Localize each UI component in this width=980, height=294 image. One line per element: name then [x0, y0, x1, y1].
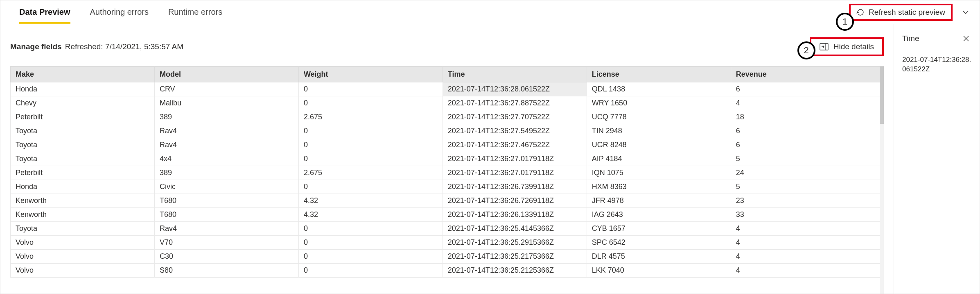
table-row[interactable]: ToyotaRav402021-07-14T12:36:25.4145366ZC… — [11, 222, 884, 236]
tab-runtime-errors[interactable]: Runtime errors — [168, 0, 222, 24]
cell-weight[interactable]: 0 — [298, 138, 443, 152]
cell-model[interactable]: Malibu — [154, 96, 298, 110]
cell-make[interactable]: Toyota — [11, 152, 155, 166]
cell-make[interactable]: Volvo — [11, 250, 155, 264]
cell-revenue[interactable]: 4 — [731, 250, 883, 264]
cell-model[interactable]: T680 — [154, 208, 298, 222]
col-model[interactable]: Model — [154, 67, 298, 82]
cell-time[interactable]: 2021-07-14T12:36:28.061522Z — [443, 82, 587, 96]
table-row[interactable]: HondaCivic02021-07-14T12:36:26.7399118ZH… — [11, 180, 884, 194]
cell-time[interactable]: 2021-07-14T12:36:26.7269118Z — [443, 194, 587, 208]
cell-model[interactable]: C30 — [154, 250, 298, 264]
cell-time[interactable]: 2021-07-14T12:36:26.7399118Z — [443, 180, 587, 194]
cell-revenue[interactable]: 4 — [731, 96, 883, 110]
cell-license[interactable]: UCQ 7778 — [587, 110, 731, 124]
cell-make[interactable]: Peterbilt — [11, 110, 155, 124]
cell-model[interactable]: V70 — [154, 236, 298, 250]
table-row[interactable]: HondaCRV02021-07-14T12:36:28.061522ZQDL … — [11, 82, 884, 96]
cell-make[interactable]: Volvo — [11, 236, 155, 250]
cell-weight[interactable]: 4.32 — [298, 208, 443, 222]
chevron-down-icon[interactable] — [960, 7, 971, 18]
cell-model[interactable]: T680 — [154, 194, 298, 208]
cell-model[interactable]: 389 — [154, 166, 298, 180]
cell-make[interactable]: Honda — [11, 180, 155, 194]
cell-weight[interactable]: 2.675 — [298, 110, 443, 124]
cell-model[interactable]: Civic — [154, 180, 298, 194]
cell-time[interactable]: 2021-07-14T12:36:27.887522Z — [443, 96, 587, 110]
cell-make[interactable]: Toyota — [11, 124, 155, 138]
cell-time[interactable]: 2021-07-14T12:36:25.2915366Z — [443, 236, 587, 250]
cell-make[interactable]: Toyota — [11, 222, 155, 236]
cell-weight[interactable]: 2.675 — [298, 166, 443, 180]
cell-weight[interactable]: 0 — [298, 82, 443, 96]
cell-license[interactable]: WRY 1650 — [587, 96, 731, 110]
cell-make[interactable]: Kenworth — [11, 208, 155, 222]
cell-revenue[interactable]: 4 — [731, 222, 883, 236]
cell-license[interactable]: JFR 4978 — [587, 194, 731, 208]
cell-make[interactable]: Honda — [11, 82, 155, 96]
cell-weight[interactable]: 4.32 — [298, 194, 443, 208]
cell-revenue[interactable]: 6 — [731, 138, 883, 152]
cell-revenue[interactable]: 5 — [731, 152, 883, 166]
col-weight[interactable]: Weight — [298, 67, 443, 82]
tab-authoring-errors[interactable]: Authoring errors — [90, 0, 149, 24]
hide-details-button[interactable]: 2 Hide details — [810, 37, 884, 56]
cell-revenue[interactable]: 4 — [731, 236, 883, 250]
cell-license[interactable]: DLR 4575 — [587, 250, 731, 264]
table-row[interactable]: VolvoC3002021-07-14T12:36:25.2175366ZDLR… — [11, 250, 884, 264]
cell-revenue[interactable]: 5 — [731, 180, 883, 194]
cell-model[interactable]: 389 — [154, 110, 298, 124]
cell-model[interactable]: CRV — [154, 82, 298, 96]
cell-model[interactable]: Rav4 — [154, 222, 298, 236]
table-row[interactable]: Peterbilt3892.6752021-07-14T12:36:27.017… — [11, 166, 884, 180]
cell-revenue[interactable]: 33 — [731, 208, 883, 222]
cell-license[interactable]: TIN 2948 — [587, 124, 731, 138]
cell-time[interactable]: 2021-07-14T12:36:27.549522Z — [443, 124, 587, 138]
cell-license[interactable]: QDL 1438 — [587, 82, 731, 96]
cell-time[interactable]: 2021-07-14T12:36:27.0179118Z — [443, 152, 587, 166]
table-row[interactable]: Toyota4x402021-07-14T12:36:27.0179118ZAI… — [11, 152, 884, 166]
cell-revenue[interactable]: 18 — [731, 110, 883, 124]
col-make[interactable]: Make — [11, 67, 155, 82]
cell-make[interactable]: Toyota — [11, 138, 155, 152]
cell-time[interactable]: 2021-07-14T12:36:25.2175366Z — [443, 250, 587, 264]
cell-weight[interactable]: 0 — [298, 264, 443, 278]
table-row[interactable]: Peterbilt3892.6752021-07-14T12:36:27.707… — [11, 110, 884, 124]
table-row[interactable]: ToyotaRav402021-07-14T12:36:27.467522ZUG… — [11, 138, 884, 152]
table-row[interactable]: KenworthT6804.322021-07-14T12:36:26.1339… — [11, 208, 884, 222]
table-row[interactable]: VolvoV7002021-07-14T12:36:25.2915366ZSPC… — [11, 236, 884, 250]
refresh-static-preview-button[interactable]: 1 Refresh static preview — [849, 4, 953, 21]
cell-revenue[interactable]: 24 — [731, 166, 883, 180]
close-icon[interactable] — [961, 33, 971, 44]
cell-license[interactable]: HXM 8363 — [587, 180, 731, 194]
cell-time[interactable]: 2021-07-14T12:36:25.2125366Z — [443, 264, 587, 278]
cell-make[interactable]: Peterbilt — [11, 166, 155, 180]
cell-revenue[interactable]: 6 — [731, 124, 883, 138]
table-row[interactable]: VolvoS8002021-07-14T12:36:25.2125366ZLKK… — [11, 264, 884, 278]
col-license[interactable]: License — [587, 67, 731, 82]
cell-time[interactable]: 2021-07-14T12:36:27.707522Z — [443, 110, 587, 124]
cell-make[interactable]: Chevy — [11, 96, 155, 110]
cell-revenue[interactable]: 6 — [731, 82, 883, 96]
col-time[interactable]: Time — [443, 67, 587, 82]
cell-model[interactable]: Rav4 — [154, 138, 298, 152]
cell-time[interactable]: 2021-07-14T12:36:26.1339118Z — [443, 208, 587, 222]
vertical-scrollbar[interactable] — [880, 66, 884, 294]
cell-model[interactable]: S80 — [154, 264, 298, 278]
cell-license[interactable]: CYB 1657 — [587, 222, 731, 236]
col-revenue[interactable]: Revenue — [731, 67, 883, 82]
table-row[interactable]: ChevyMalibu02021-07-14T12:36:27.887522ZW… — [11, 96, 884, 110]
cell-weight[interactable]: 0 — [298, 180, 443, 194]
cell-revenue[interactable]: 4 — [731, 264, 883, 278]
cell-weight[interactable]: 0 — [298, 152, 443, 166]
cell-time[interactable]: 2021-07-14T12:36:27.467522Z — [443, 138, 587, 152]
cell-make[interactable]: Kenworth — [11, 194, 155, 208]
cell-license[interactable]: IQN 1075 — [587, 166, 731, 180]
cell-revenue[interactable]: 23 — [731, 194, 883, 208]
tab-data-preview[interactable]: Data Preview — [19, 0, 70, 24]
cell-license[interactable]: UGR 8248 — [587, 138, 731, 152]
cell-time[interactable]: 2021-07-14T12:36:25.4145366Z — [443, 222, 587, 236]
cell-time[interactable]: 2021-07-14T12:36:27.0179118Z — [443, 166, 587, 180]
cell-model[interactable]: 4x4 — [154, 152, 298, 166]
cell-weight[interactable]: 0 — [298, 222, 443, 236]
